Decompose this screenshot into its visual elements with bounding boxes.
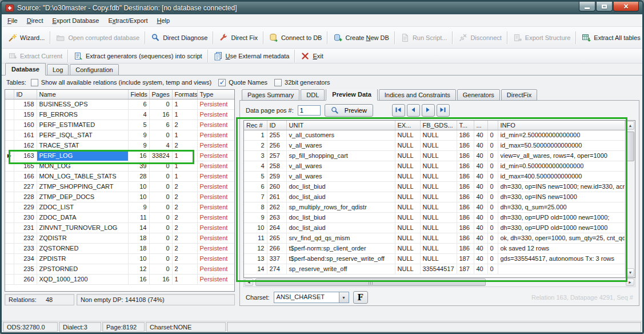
prev-page-button[interactable] (407, 104, 420, 117)
tab-ddl[interactable]: DDL (301, 89, 325, 101)
table-row[interactable]: 162TRACE_STAT942Persistent (5, 141, 235, 151)
cell: 0 (149, 244, 172, 254)
external-metadata-icon (214, 51, 223, 61)
cell: 0 (149, 192, 172, 202)
tab-preview-data[interactable]: Preview Data (326, 89, 377, 101)
direct-diagnose-button[interactable]: Direct Diagnose (147, 31, 211, 45)
open-corrupted-database-button[interactable]: Open corrupted database (52, 31, 143, 45)
wizard-button[interactable]: Wizard... (4, 31, 49, 45)
tab-directfix[interactable]: DirectFix (501, 89, 537, 101)
table-row[interactable]: 1255v_all_customersNULLNULL186400id_min=… (244, 130, 625, 141)
menu-item-file[interactable]: File (3, 14, 22, 26)
table-row[interactable]: 165MON_LOG3901Persistent (5, 161, 235, 172)
table-row[interactable]: 12266t$perf-norm:sp_client_orderNULLNULL… (244, 244, 625, 254)
horizontal-scroll-thumb[interactable] (255, 279, 486, 286)
vertical-scroll-track[interactable] (626, 130, 634, 268)
cell (5, 254, 14, 264)
table-row[interactable]: 13337t$perf-abend:sp_reserve_write_offNU… (244, 254, 625, 264)
table-row[interactable]: 161PERF_ISQL_STAT901Persistent (5, 130, 235, 141)
cell: 40 (474, 264, 487, 275)
close-button[interactable]: × (613, 2, 639, 11)
table-row[interactable]: 14274sp_reserve_write_offNULL33554451718… (244, 264, 625, 275)
table-row[interactable]: 235ZPSTORNED1202Persistent (5, 264, 235, 275)
tab-database[interactable]: Database (5, 63, 46, 75)
use-external-metadata-button[interactable]: Use External metadata (210, 49, 294, 63)
table-row[interactable]: 4258v_all_waresNULLNULL186400id_min=0.50… (244, 161, 625, 172)
table-row[interactable]: 234ZPDISTR1002Persistent (5, 254, 235, 264)
next-page-button[interactable] (422, 104, 435, 117)
scroll-down-button[interactable]: ▼ (626, 268, 634, 277)
extract-generators-sequences-into-script-button[interactable]: Extract generators (sequences) into scri… (70, 49, 206, 63)
horizontal-scroll-track[interactable] (254, 278, 625, 287)
table-row[interactable]: 260XQD_1000_120016161Persistent (5, 275, 235, 285)
last-page-button[interactable] (437, 104, 450, 117)
show-all-relations-checkbox[interactable]: Show all available relations (include sy… (31, 79, 211, 86)
create-new-db-button[interactable]: Create New DB (329, 31, 393, 45)
tab-log[interactable]: Log (47, 64, 69, 75)
table-row[interactable]: 159FB_ERRORS4161Persistent (5, 110, 235, 120)
table-row[interactable]: 8262sp_multiply_rows_for_qdistrNULLNULL1… (244, 202, 625, 213)
vertical-scroll-thumb[interactable] (626, 132, 634, 161)
menu-item-export-database[interactable]: Export Database (47, 14, 103, 26)
table-row[interactable]: 227ZTMP_SHOPPING_CART1002Persistent (5, 182, 235, 192)
quote-names-checkbox[interactable]: Quote Names (218, 79, 267, 86)
cell: 235 (14, 264, 37, 275)
export-structure-button[interactable]: Export Structure (509, 31, 574, 45)
table-row[interactable]: 5259v_all_waresNULLNULL186400id_max=400.… (244, 172, 625, 182)
nav-next-icon (425, 106, 431, 114)
table-row[interactable]: 9263doc_list_biudNULLNULL186400dh=330, o… (244, 213, 625, 223)
scroll-right-button[interactable]: ► (626, 279, 634, 286)
tab-generators[interactable]: Generators (457, 89, 500, 101)
direct-fix-button[interactable]: Direct Fix (215, 31, 261, 45)
exit-button[interactable]: Exit (297, 49, 327, 63)
table-row[interactable]: ▶163PERF_LOG16338241Persistent (5, 151, 235, 161)
cell: 10 (128, 192, 149, 202)
datapage-pos-input[interactable] (298, 105, 321, 116)
table-row[interactable]: 160PERF_ESTIMATED562Persistent (5, 120, 235, 130)
minimize-button[interactable] (579, 2, 595, 11)
table-row[interactable]: 232ZQDISTR1802Persistent (5, 233, 235, 244)
connect-to-db-button[interactable]: Connect to DB (265, 31, 326, 45)
table-row[interactable]: 10264doc_list_aiudNULLNULL186400dh=330, … (244, 223, 625, 233)
disconnect-button[interactable]: Disconnect (454, 31, 505, 45)
tab-pages-summary[interactable]: Pages Summary (242, 89, 299, 101)
cell: 0 (487, 172, 498, 182)
first-page-button[interactable] (392, 104, 405, 117)
wizard-icon (8, 33, 17, 42)
status-watermark: Relation 163, Datapage 4291, Seq # (531, 294, 633, 301)
extract-current-button[interactable]: Extract Current (4, 49, 66, 63)
font-button[interactable]: F (353, 291, 368, 304)
table-row[interactable]: 7261doc_list_aiudNULLNULL186400dh=330, o… (244, 192, 625, 202)
menu-item-direct[interactable]: Direct (22, 14, 48, 26)
table-row[interactable]: 11265srv_find_qd_qs_mismNULLNULL186400ok… (244, 233, 625, 244)
32bit-generators-checkbox[interactable]: 32bit generators (274, 79, 330, 86)
table-row[interactable]: 230ZDOC_DATA1102Persistent (5, 213, 235, 223)
table-row[interactable]: 228ZTMP_DEP_DOCS1002Persistent (5, 192, 235, 202)
table-row[interactable]: 229ZDOC_LIST902Persistent (5, 202, 235, 213)
vertical-scrollbar[interactable]: ▲ ▼ (625, 121, 635, 277)
menu-item-help[interactable]: Help (153, 14, 175, 26)
scroll-left-button[interactable]: ◄ (245, 279, 253, 286)
preview-button[interactable]: Preview (325, 104, 373, 117)
table-row[interactable]: 233ZQSTORNED1802Persistent (5, 244, 235, 254)
run-script-button[interactable]: Run Script... (397, 31, 451, 45)
horizontal-scrollbar[interactable]: ◄ ► (243, 278, 635, 287)
cell: NULL (420, 151, 457, 161)
table-row[interactable]: 158BUSINESS_OPS601Persistent (5, 100, 235, 110)
tab-indices-and-constraints[interactable]: Indices and Constraints (379, 89, 456, 101)
table-row[interactable]: 6260doc_list_biudNULLNULL186400dh=330, o… (244, 182, 625, 192)
cell: 0 (487, 182, 498, 192)
charset-select[interactable]: ANSI_CHARSET ▼ (274, 292, 349, 303)
menu-item-extract-export[interactable]: Extract/Export (103, 14, 152, 26)
table-row[interactable]: 166MON_LOG_TABLE_STATS2801Persistent (5, 172, 235, 182)
maximize-button[interactable] (596, 2, 613, 11)
table-row[interactable]: 3257sp_fill_shopping_cartNULLNULL186400v… (244, 151, 625, 161)
extract-all-tables-button[interactable]: Extract All tables (578, 31, 642, 45)
cell: NULL (395, 172, 420, 182)
cell: 4 (244, 161, 267, 172)
table-row[interactable]: 2256v_all_waresNULLNULL186400id_max=50.5… (244, 141, 625, 151)
tab-configuration[interactable]: Configuration (70, 64, 118, 75)
cell: 10 (244, 223, 267, 233)
table-row[interactable]: 231ZINVNT_TURNOVER_LOG1402Persistent (5, 223, 235, 233)
scroll-up-button[interactable]: ▲ (626, 121, 634, 130)
